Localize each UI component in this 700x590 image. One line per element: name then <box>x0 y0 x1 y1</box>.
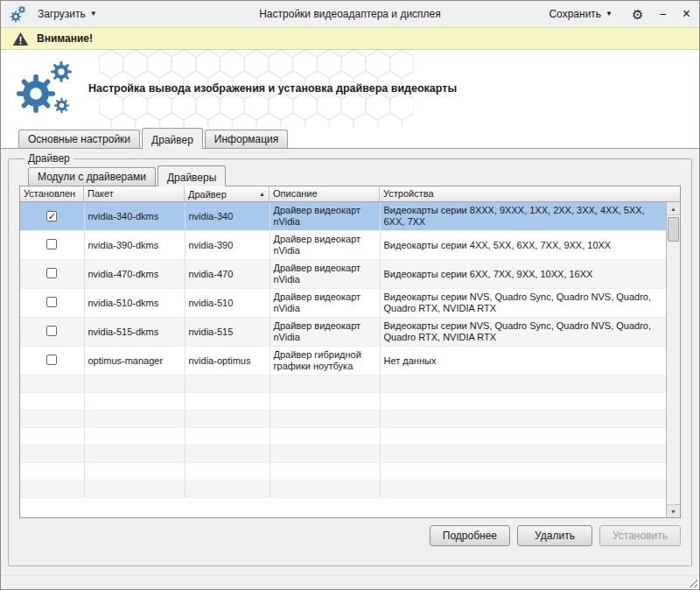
status-bar <box>1 575 699 589</box>
chevron-down-icon: ▼ <box>606 11 612 18</box>
cell-installed: ✓ <box>20 202 84 231</box>
installed-checkbox[interactable] <box>46 268 57 278</box>
driver-table: Установлен Пакет Драйвер ▲ Описание Устр… <box>19 186 681 518</box>
column-header-driver[interactable]: Драйвер ▲ <box>185 186 270 201</box>
sort-ascending-icon: ▲ <box>259 191 265 197</box>
table-row[interactable]: nvidia-470-dkmsnvidia-470Драйвер видеока… <box>20 260 666 289</box>
gears-logo-icon <box>15 59 76 118</box>
cell-description: Драйвер видеокарт nVidia <box>270 318 380 347</box>
column-header-description[interactable]: Описание <box>270 186 380 201</box>
cell-description: Драйвер гибридной графики ноутбука <box>270 347 380 376</box>
page-title: Настройка вывода изображения и установка… <box>88 82 457 95</box>
table-row[interactable]: nvidia-390-dkmsnvidia-390Драйвер видеока… <box>20 231 666 260</box>
empty-row <box>20 376 666 393</box>
resize-grip[interactable] <box>687 577 697 587</box>
empty-row <box>20 446 666 463</box>
cell-package: optimus-manager <box>84 347 185 376</box>
column-header-package[interactable]: Пакет <box>84 186 185 201</box>
installed-checkbox[interactable] <box>46 355 57 365</box>
install-button[interactable]: Установить <box>599 525 681 546</box>
app-gears-icon <box>10 5 27 23</box>
titlebar: Загрузить ▼ Настройки видеоадаптера и ди… <box>1 1 699 27</box>
scroll-down-icon[interactable]: ▼ <box>667 504 680 517</box>
driver-groupbox: Драйвер Модули с драйверами Драйверы Уст… <box>8 152 692 566</box>
table-row[interactable]: optimus-managernvidia-optimusДрайвер гиб… <box>20 347 666 376</box>
installed-checkbox[interactable] <box>46 297 57 307</box>
cell-installed <box>20 289 84 318</box>
cell-package: nvidia-515-dkms <box>84 318 185 347</box>
save-menu-button[interactable]: Сохранить ▼ <box>545 6 616 22</box>
cell-driver: nvidia-340 <box>185 202 270 231</box>
cell-devices: Видеокарты серии 6XX, 7XX, 9XX, 10XX, 16… <box>380 260 666 289</box>
warning-bar: Внимание! <box>1 27 699 50</box>
installed-checkbox[interactable] <box>46 326 57 336</box>
empty-row <box>20 393 666 411</box>
tab-content: Драйвер Модули с драйверами Драйверы Уст… <box>1 148 699 575</box>
cell-devices: Видеокарты серии 4XX, 5XX, 6XX, 7XX, 9XX… <box>380 231 666 260</box>
cell-devices: Нет данных <box>380 347 666 376</box>
table-row[interactable]: nvidia-510-dkmsnvidia-510Драйвер видеока… <box>20 289 666 318</box>
table-header: Установлен Пакет Драйвер ▲ Описание Устр… <box>20 186 680 202</box>
scrollbar-thumb[interactable] <box>668 217 679 242</box>
action-buttons: Подробнее Удалить Установить <box>19 525 681 546</box>
cell-package: nvidia-340-dkms <box>84 202 185 231</box>
warning-text: Внимание! <box>37 32 93 45</box>
cell-package: nvidia-510-dkms <box>84 289 185 318</box>
cell-installed <box>20 318 84 347</box>
installed-checkbox[interactable] <box>46 239 57 249</box>
tab-driver-modules[interactable]: Модули с драйверами <box>28 167 156 186</box>
empty-row <box>20 481 666 498</box>
tab-information[interactable]: Информация <box>205 130 288 148</box>
chevron-down-icon: ▼ <box>90 11 97 18</box>
vertical-scrollbar[interactable]: ▲ ▼ <box>666 202 680 517</box>
cell-devices: Видеокарты серии 8XXX, 9XXX, 1XX, 2XX, 3… <box>380 202 666 231</box>
empty-row <box>20 428 666 446</box>
cell-driver: nvidia-390 <box>185 231 270 260</box>
cell-driver: nvidia-470 <box>185 260 270 289</box>
tab-driver[interactable]: Драйвер <box>142 128 203 149</box>
settings-gear-icon[interactable]: ⚙ <box>632 8 643 21</box>
load-menu-button[interactable]: Загрузить ▼ <box>34 6 101 22</box>
cell-description: Драйвер видеокарт nVidia <box>270 202 380 231</box>
column-header-devices[interactable]: Устройства <box>380 186 680 201</box>
save-menu-label: Сохранить <box>549 8 601 20</box>
tab-drivers[interactable]: Драйверы <box>158 165 226 186</box>
header-banner: Настройка вывода изображения и установка… <box>1 50 699 127</box>
installed-checkbox[interactable]: ✓ <box>46 211 57 221</box>
empty-row <box>20 463 666 481</box>
cell-package: nvidia-390-dkms <box>84 231 185 260</box>
load-menu-label: Загрузить <box>38 8 86 20</box>
table-row[interactable]: ✓nvidia-340-dkmsnvidia-340Драйвер видеок… <box>20 202 666 231</box>
cell-description: Драйвер видеокарт nVidia <box>270 289 380 318</box>
cell-installed <box>20 231 84 260</box>
table-body: ✓nvidia-340-dkmsnvidia-340Драйвер видеок… <box>20 202 666 517</box>
cell-description: Драйвер видеокарт nVidia <box>270 231 380 260</box>
cell-driver: nvidia-510 <box>185 289 270 318</box>
empty-row <box>20 411 666 428</box>
table-row[interactable]: nvidia-515-dkmsnvidia-515Драйвер видеока… <box>20 318 666 347</box>
minimize-button[interactable]: − <box>659 7 666 21</box>
cell-installed <box>20 347 84 376</box>
warning-triangle-icon <box>12 32 29 46</box>
cell-description: Драйвер видеокарт nVidia <box>270 260 380 289</box>
cell-devices: Видеокарты серии NVS, Quadro Sync, Quadr… <box>380 318 666 347</box>
tab-main-settings[interactable]: Основные настройки <box>18 130 140 148</box>
cell-driver: nvidia-515 <box>185 318 270 347</box>
close-button[interactable]: × <box>682 6 690 22</box>
remove-button[interactable]: Удалить <box>517 525 592 546</box>
scroll-up-icon[interactable]: ▲ <box>667 202 680 215</box>
cell-devices: Видеокарты серии NVS, Quadro Sync, Quadr… <box>380 289 666 318</box>
groupbox-title: Драйвер <box>24 152 74 165</box>
app-window: Загрузить ▼ Настройки видеоадаптера и ди… <box>0 0 700 590</box>
column-header-installed[interactable]: Установлен <box>20 186 84 201</box>
details-button[interactable]: Подробнее <box>430 525 510 546</box>
main-tabbar: Основные настройки Драйвер Информация <box>1 127 699 148</box>
cell-package: nvidia-470-dkms <box>84 260 185 289</box>
cell-driver: nvidia-optimus <box>185 347 270 376</box>
cell-installed <box>20 260 84 289</box>
driver-tabbar: Модули с драйверами Драйверы <box>28 165 681 186</box>
